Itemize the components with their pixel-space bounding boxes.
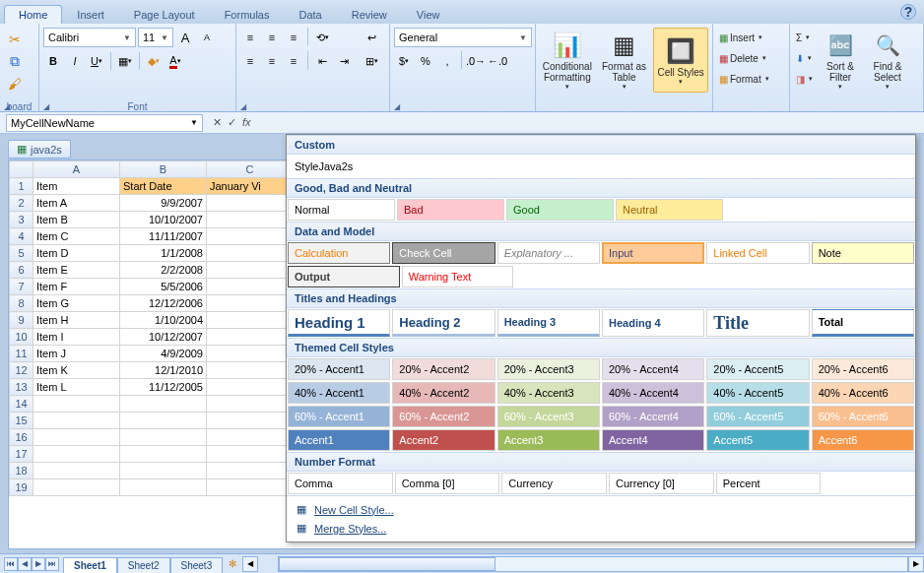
format-painter-icon[interactable]: 🖌: [8, 76, 22, 92]
new-sheet-icon[interactable]: ✻: [229, 558, 236, 569]
cell[interactable]: [207, 279, 294, 295]
percent-button[interactable]: %: [416, 51, 435, 71]
cell[interactable]: 2/2/2008: [120, 262, 207, 279]
wrap-text-button[interactable]: ↩: [358, 28, 385, 47]
new-cell-style-item[interactable]: ▦ New Cell Style...: [287, 500, 915, 519]
style-bad[interactable]: Bad: [397, 199, 504, 221]
cell[interactable]: [33, 396, 120, 413]
comma-style-button[interactable]: ,: [437, 51, 457, 71]
hscroll-track[interactable]: [278, 556, 908, 572]
fill-color-button[interactable]: ◆▾: [144, 51, 164, 71]
cell[interactable]: [207, 346, 294, 362]
style-comma-0-[interactable]: Comma [0]: [395, 473, 500, 494]
style-p20-accent3[interactable]: 20% - Accent3: [497, 358, 600, 380]
style-p60-accent5[interactable]: 60% - Accent5: [706, 406, 809, 427]
name-box[interactable]: MyCellNewName▼: [6, 114, 203, 132]
align-right-button[interactable]: ≡: [284, 51, 303, 71]
style-accent1[interactable]: Accent1: [288, 429, 390, 451]
cell[interactable]: [207, 379, 294, 396]
style-p20-accent1[interactable]: 20% - Accent1: [288, 358, 390, 380]
tab-home[interactable]: Home: [4, 5, 62, 24]
hscroll-left[interactable]: ◀: [242, 556, 258, 572]
style-p40-accent1[interactable]: 40% - Accent1: [288, 382, 390, 404]
cell[interactable]: 1/10/2004: [120, 312, 207, 329]
row-header[interactable]: 11: [10, 346, 33, 362]
style-p60-accent6[interactable]: 60% - Accent6: [812, 406, 914, 427]
style-neutral[interactable]: Neutral: [616, 199, 723, 221]
align-center-button[interactable]: ≡: [262, 51, 282, 71]
row-header[interactable]: 13: [10, 379, 33, 396]
cell[interactable]: [207, 228, 294, 245]
sheet-tab-2[interactable]: Sheet2: [117, 557, 170, 573]
row-header[interactable]: 18: [10, 463, 33, 479]
cell[interactable]: [120, 396, 207, 413]
alignment-dialog-launcher[interactable]: ◢: [240, 102, 383, 111]
cell[interactable]: Item: [33, 178, 120, 195]
style-p20-accent6[interactable]: 20% - Accent6: [812, 358, 914, 380]
cell[interactable]: Item G: [33, 295, 120, 312]
cell[interactable]: [120, 429, 207, 446]
style-p40-accent2[interactable]: 40% - Accent2: [392, 382, 495, 404]
row-header[interactable]: 4: [10, 228, 33, 245]
style-p20-accent5[interactable]: 20% - Accent5: [706, 358, 809, 380]
delete-cells-button[interactable]: ▦Delete▾: [717, 48, 771, 68]
help-icon[interactable]: ?: [900, 4, 916, 20]
cell[interactable]: 11/12/2005: [120, 379, 207, 396]
style-heading-4[interactable]: Heading 4: [602, 309, 704, 337]
format-cells-button[interactable]: ▦Format▾: [717, 69, 771, 89]
cell[interactable]: Item E: [33, 262, 120, 279]
tab-insert[interactable]: Insert: [62, 5, 119, 24]
style-comma[interactable]: Comma: [288, 473, 393, 494]
tab-page-layout[interactable]: Page Layout: [119, 5, 210, 24]
number-format-combo[interactable]: General▼: [394, 28, 532, 47]
cell[interactable]: [207, 195, 294, 212]
font-name-combo[interactable]: Calibri▼: [43, 28, 136, 47]
style-accent4[interactable]: Accent4: [602, 429, 704, 451]
clipboard-dialog-launcher[interactable]: ◢: [4, 102, 33, 111]
row-header[interactable]: 9: [10, 312, 33, 329]
cell-styles-button[interactable]: 🔲 Cell Styles▾: [653, 28, 708, 93]
cell[interactable]: [33, 446, 120, 463]
cell[interactable]: Item B: [33, 212, 120, 228]
enter-formula-icon[interactable]: ✓: [228, 116, 236, 129]
cell[interactable]: 12/1/2010: [120, 362, 207, 379]
cell[interactable]: [33, 479, 120, 496]
shrink-font-button[interactable]: A: [197, 28, 217, 47]
copy-icon[interactable]: ⧉: [10, 53, 20, 70]
style-warning-text[interactable]: Warning Text: [402, 266, 514, 287]
cell[interactable]: [207, 329, 294, 346]
format-as-table-button[interactable]: ▦ Format as Table▾: [597, 28, 652, 93]
row-header[interactable]: 10: [10, 329, 33, 346]
row-header[interactable]: 6: [10, 262, 33, 279]
cell[interactable]: 5/5/2006: [120, 279, 207, 295]
style-p60-accent1[interactable]: 60% - Accent1: [288, 406, 390, 427]
style-p60-accent4[interactable]: 60% - Accent4: [602, 406, 704, 427]
cell[interactable]: Item J: [33, 346, 120, 362]
style-p40-accent5[interactable]: 40% - Accent5: [706, 382, 809, 404]
style-accent3[interactable]: Accent3: [497, 429, 600, 451]
insert-cells-button[interactable]: ▦Insert▾: [717, 28, 771, 47]
cell[interactable]: [207, 212, 294, 228]
style-input[interactable]: Input: [602, 242, 704, 264]
style-accent2[interactable]: Accent2: [392, 429, 495, 451]
style-heading-1[interactable]: Heading 1: [288, 309, 390, 337]
fx-icon[interactable]: fx: [242, 116, 251, 129]
col-header-A[interactable]: A: [33, 161, 120, 178]
row-header[interactable]: 15: [10, 413, 33, 429]
cell[interactable]: Item F: [33, 279, 120, 295]
underline-button[interactable]: U▾: [87, 51, 106, 71]
next-sheet-button[interactable]: ▶: [32, 557, 45, 571]
style-note[interactable]: Note: [812, 242, 914, 264]
cell[interactable]: 9/9/2007: [120, 195, 207, 212]
style-output[interactable]: Output: [288, 266, 400, 287]
borders-button[interactable]: ▦▾: [115, 51, 135, 71]
workbook-tab[interactable]: ▦ java2s: [8, 140, 71, 159]
fill-button[interactable]: ⬇▾: [794, 48, 815, 68]
style-title[interactable]: Title: [706, 309, 809, 337]
last-sheet-button[interactable]: ⏭: [45, 557, 59, 571]
cell[interactable]: [207, 463, 294, 479]
cut-icon[interactable]: ✂: [9, 32, 21, 47]
font-color-button[interactable]: A▾: [165, 51, 185, 71]
style-p40-accent6[interactable]: 40% - Accent6: [812, 382, 914, 404]
increase-decimal-button[interactable]: .0→: [466, 51, 486, 71]
